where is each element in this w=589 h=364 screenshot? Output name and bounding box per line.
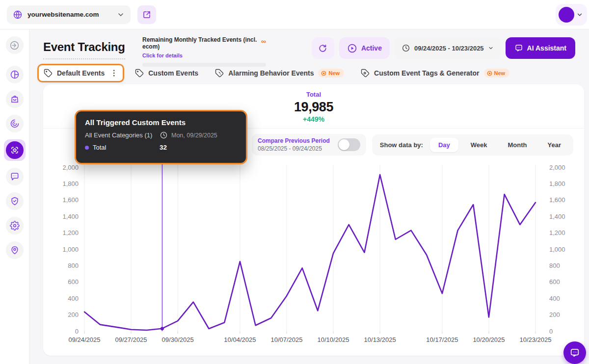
tracking-status-button[interactable]: Active [339, 37, 390, 59]
sidebar-item-settings[interactable] [6, 217, 24, 234]
new-badge: New [484, 69, 510, 78]
tab-default-events[interactable]: Default Events ⋮ [37, 64, 124, 82]
account-menu[interactable] [556, 4, 587, 26]
svg-text:1,200: 1,200 [549, 229, 565, 236]
svg-text:1,600: 1,600 [549, 196, 565, 204]
svg-text:1,800: 1,800 [549, 180, 565, 187]
compare-period-toggle[interactable] [338, 138, 360, 151]
status-label: Active [361, 44, 382, 52]
svg-text:09/30/2025: 09/30/2025 [162, 336, 194, 343]
refresh-button[interactable] [312, 37, 334, 59]
granularity-week[interactable]: Week [462, 138, 496, 152]
chat-bubble-icon [10, 172, 20, 182]
sidebar-item-feedback[interactable] [6, 168, 24, 185]
pie-chart-icon [10, 70, 20, 79]
svg-text:09/24/2025: 09/24/2025 [68, 336, 100, 343]
target-dot-icon [487, 71, 492, 76]
support-chat-fab[interactable] [563, 341, 586, 364]
svg-text:0: 0 [549, 328, 553, 335]
tag-alert-icon [215, 69, 224, 78]
svg-text:400: 400 [549, 295, 560, 302]
svg-text:200: 200 [68, 311, 79, 318]
granularity-switcher: Show data by: Day Week Month Year [372, 134, 573, 156]
shopping-bag-icon [10, 94, 20, 104]
tag-generator-icon [361, 69, 370, 78]
tab-label: Alarming Behavior Events [228, 69, 314, 77]
target-dot-icon [321, 71, 326, 76]
granularity-day[interactable]: Day [430, 138, 458, 152]
granularity-year[interactable]: Year [539, 138, 569, 152]
avatar [559, 7, 574, 23]
main-content: Event Tracking Remaining Monthly Tracked… [29, 29, 589, 364]
compare-period-label: Compare Previous Period [258, 137, 330, 144]
tooltip-date-row: Mon, 09/29/2025 [160, 131, 237, 139]
infinity-icon: ∞ [261, 38, 266, 45]
gear-icon [10, 221, 20, 231]
quota-label: Remaining Monthly Tracked Events (incl. … [142, 36, 258, 51]
site-selector[interactable]: yourwebsitename.com [7, 5, 131, 24]
sidebar-item-dashboard[interactable] [6, 66, 24, 83]
tab-menu-kebab-icon[interactable]: ⋮ [110, 69, 118, 77]
sidebar-item-geolocation[interactable] [6, 241, 24, 259]
tag-icon [44, 69, 53, 78]
svg-text:600: 600 [68, 278, 79, 286]
svg-text:1,400: 1,400 [549, 213, 565, 220]
svg-text:0: 0 [75, 328, 79, 335]
tab-custom-event-tags-generator[interactable]: Custom Event Tags & Generator New [355, 64, 515, 82]
ai-chat-icon [514, 44, 523, 52]
tab-custom-events[interactable]: Custom Events [129, 64, 204, 82]
sidebar [0, 29, 29, 364]
tab-label: Custom Events [148, 69, 198, 77]
svg-text:10/23/2025: 10/23/2025 [519, 336, 551, 343]
map-pin-icon [10, 245, 20, 255]
svg-text:1,000: 1,000 [62, 246, 79, 253]
granularity-month[interactable]: Month [500, 138, 535, 152]
sidebar-item-recordings[interactable] [6, 115, 24, 132]
chat-bubble-icon [569, 347, 580, 358]
page-title: Event Tracking [43, 40, 125, 59]
quota-widget: Remaining Monthly Tracked Events (incl. … [142, 36, 266, 67]
svg-text:600: 600 [549, 278, 560, 286]
spiral-icon [10, 119, 20, 129]
svg-text:10/07/2025: 10/07/2025 [270, 336, 302, 343]
svg-text:800: 800 [549, 262, 560, 269]
tab-label: Default Events [57, 69, 105, 77]
svg-text:1,200: 1,200 [62, 229, 79, 236]
compare-period-box: Compare Previous Period 08/25/2025 - 09/… [252, 134, 366, 156]
site-name: yourwebsitename.com [27, 11, 112, 18]
toggle-knob [339, 139, 349, 150]
svg-text:400: 400 [68, 295, 79, 302]
sidebar-item-privacy[interactable] [6, 192, 24, 210]
svg-text:800: 800 [68, 262, 79, 269]
event-tracking-focus-icon [6, 141, 24, 159]
header-actions: Active 09/24/2025 - 10/23/2025 AI Assist… [312, 37, 575, 59]
clock-icon [402, 44, 410, 52]
chart-tooltip: All Triggered Custom Events All Event Ca… [75, 110, 247, 164]
tooltip-category: All Event Categories (1) [85, 131, 160, 139]
svg-text:1,600: 1,600 [62, 196, 79, 204]
sidebar-collapse-button[interactable] [6, 36, 24, 54]
svg-text:1,400: 1,400 [62, 213, 79, 220]
svg-text:1,800: 1,800 [62, 180, 79, 187]
tab-alarming-behavior-events[interactable]: Alarming Behavior Events New [209, 64, 350, 82]
clock-icon [160, 131, 168, 139]
chevron-down-icon [117, 11, 125, 19]
tooltip-series-name: Total [93, 144, 106, 151]
date-range-picker[interactable]: 09/24/2025 - 10/23/2025 [395, 37, 501, 59]
svg-text:10/04/2025: 10/04/2025 [224, 336, 256, 343]
chevron-down-icon [576, 11, 583, 18]
ai-assistant-button[interactable]: AI Assistant [506, 37, 575, 59]
sidebar-item-ecommerce[interactable] [6, 90, 24, 108]
ai-assistant-label: AI Assistant [527, 44, 566, 52]
svg-text:10/17/2025: 10/17/2025 [426, 336, 458, 343]
date-range-label: 09/24/2025 - 10/23/2025 [414, 45, 484, 52]
open-site-button[interactable] [137, 5, 156, 24]
tab-label: Custom Event Tags & Generator [374, 69, 479, 77]
svg-text:10/10/2025: 10/10/2025 [317, 336, 349, 343]
sidebar-item-event-tracking[interactable] [4, 139, 26, 161]
quota-details-link[interactable]: Click for details [142, 52, 183, 58]
refresh-icon [318, 44, 327, 53]
events-line-chart[interactable]: 09/24/202509/27/202509/30/202510/04/2025… [43, 161, 584, 355]
tag-icon [135, 69, 144, 78]
tooltip-title: All Triggered Custom Events [85, 118, 237, 127]
